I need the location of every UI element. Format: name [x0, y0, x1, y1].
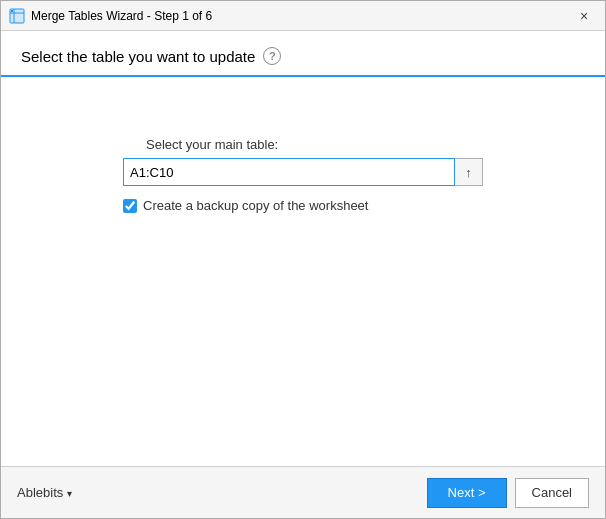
checkbox-row: Create a backup copy of the worksheet	[123, 198, 483, 213]
table-range-input[interactable]	[123, 158, 455, 186]
range-picker-button[interactable]: ↑	[455, 158, 483, 186]
brand-menu[interactable]: Ablebits ▾	[17, 485, 72, 500]
input-row: ↑	[123, 158, 483, 186]
range-picker-icon: ↑	[465, 165, 472, 180]
content-area: Select your main table: ↑ Create a backu…	[1, 77, 605, 466]
form-label: Select your main table:	[146, 137, 278, 152]
header-section: Select the table you want to update ?	[1, 31, 605, 77]
next-button[interactable]: Next >	[427, 478, 507, 508]
backup-checkbox-label[interactable]: Create a backup copy of the worksheet	[143, 198, 368, 213]
title-bar-text: Merge Tables Wizard - Step 1 of 6	[31, 9, 571, 23]
title-bar: Merge Tables Wizard - Step 1 of 6 ×	[1, 1, 605, 31]
footer: Ablebits ▾ Next > Cancel	[1, 466, 605, 518]
form-group: Select your main table: ↑ Create a backu…	[21, 137, 585, 213]
wizard-window: Merge Tables Wizard - Step 1 of 6 × Sele…	[0, 0, 606, 519]
page-title: Select the table you want to update	[21, 48, 255, 65]
app-icon	[9, 8, 25, 24]
help-icon[interactable]: ?	[263, 47, 281, 65]
backup-checkbox[interactable]	[123, 199, 137, 213]
dropdown-arrow-icon: ▾	[67, 488, 72, 499]
close-button[interactable]: ×	[571, 6, 597, 26]
brand-label: Ablebits	[17, 485, 63, 500]
footer-actions: Next > Cancel	[427, 478, 589, 508]
cancel-button[interactable]: Cancel	[515, 478, 589, 508]
svg-rect-4	[11, 10, 13, 12]
